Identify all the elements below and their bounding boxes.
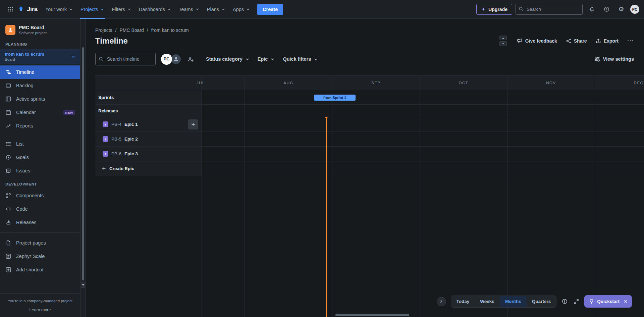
add-child-issue-button[interactable] xyxy=(188,119,198,129)
horizontal-scrollbar-thumb[interactable] xyxy=(335,314,409,316)
chevron-down-icon xyxy=(100,7,104,11)
status-category-filter[interactable]: Status category xyxy=(202,54,254,65)
export-label: Export xyxy=(604,38,619,44)
member-avatar-pc[interactable]: PC xyxy=(161,54,172,65)
info-button[interactable] xyxy=(561,298,568,305)
triangle-up-icon xyxy=(502,37,504,39)
close-icon[interactable]: ✕ xyxy=(624,299,627,304)
more-menu-button[interactable]: ··· xyxy=(627,38,634,44)
scroll-right-button[interactable] xyxy=(437,297,446,306)
nav-projects[interactable]: Projects xyxy=(77,0,108,19)
export-button[interactable]: Export xyxy=(596,38,619,44)
chevron-down-icon xyxy=(127,7,131,11)
breadcrumb-separator: / xyxy=(147,28,148,33)
global-search-input[interactable] xyxy=(516,4,583,15)
quick-filters[interactable]: Quick filters xyxy=(279,54,322,65)
sidebar-item-timeline[interactable]: Timeline xyxy=(0,65,80,79)
spin-down-button[interactable] xyxy=(499,41,507,46)
lightbulb-icon xyxy=(589,299,594,304)
sidebar-item-active-sprints[interactable]: Active sprints xyxy=(0,92,80,106)
settings-button[interactable]: ⚙ xyxy=(615,4,627,15)
quickstart-button[interactable]: Quickstart ✕ xyxy=(584,295,632,308)
sidebar-item-calendar[interactable]: Calendar NEW xyxy=(0,106,80,119)
sidebar-item-label: Project pages xyxy=(16,240,46,246)
help-button[interactable]: ? xyxy=(601,4,612,15)
sidebar-item-code[interactable]: Code xyxy=(0,202,80,216)
nav-your-work[interactable]: Your work xyxy=(42,0,77,19)
epic-icon xyxy=(103,151,108,157)
jira-logo-text: Jira xyxy=(27,6,38,13)
sidebar-item-label: List xyxy=(16,141,24,147)
breadcrumb-separator: / xyxy=(115,28,117,33)
month-label: AUG xyxy=(245,75,332,90)
scroll-down-button[interactable] xyxy=(81,282,85,288)
nav-plans[interactable]: Plans xyxy=(203,0,229,19)
add-shortcut-icon xyxy=(5,267,11,272)
zoom-quarters-button[interactable]: Quarters xyxy=(527,296,556,307)
give-feedback-label: Give feedback xyxy=(525,38,557,44)
nav-dashboards[interactable]: Dashboards xyxy=(135,0,175,19)
learn-more-link[interactable]: Learn more xyxy=(30,308,51,312)
breadcrumb-pmc-board[interactable]: PMC Board xyxy=(119,28,144,33)
nav-label: Plans xyxy=(207,7,219,12)
filter-label: Status category xyxy=(206,56,243,62)
target-icon xyxy=(5,155,11,160)
sidebar-item-add-shortcut[interactable]: Add shortcut xyxy=(0,263,80,276)
epic-filter[interactable]: Epic xyxy=(254,54,279,65)
nav-teams[interactable]: Teams xyxy=(175,0,203,19)
sidebar-item-zephyr-scale[interactable]: Zephyr Scale xyxy=(0,250,80,263)
app-switcher-button[interactable] xyxy=(5,4,16,15)
nav-filters[interactable]: Filters xyxy=(108,0,135,19)
month-label: OCT xyxy=(420,75,507,90)
sidebar-item-label: Zephyr Scale xyxy=(16,254,45,259)
epic-row[interactable]: PB-6 Epic 3 xyxy=(95,147,644,161)
epic-row[interactable]: PB-5 Epic 2 xyxy=(95,132,644,147)
breadcrumb-projects[interactable]: Projects xyxy=(95,28,112,33)
components-icon xyxy=(5,193,11,198)
zoom-today-button[interactable]: Today xyxy=(451,296,475,307)
month-label: SEP xyxy=(332,75,420,90)
spin-up-button[interactable] xyxy=(499,36,507,40)
sidebar-item-goals[interactable]: Goals xyxy=(0,151,80,164)
timeline-grid: JUL AUG SEP OCT NOV DEC xyxy=(95,75,644,317)
sidebar-item-reports[interactable]: Reports xyxy=(0,119,80,133)
project-avatar xyxy=(5,25,15,35)
sidebar-item-project-pages[interactable]: Project pages xyxy=(0,236,80,250)
page-title: Timeline xyxy=(95,36,128,46)
board-selector[interactable]: from kan to scrum Board xyxy=(0,49,80,64)
planning-heading: PLANNING xyxy=(0,38,80,49)
notifications-button[interactable] xyxy=(586,4,597,15)
create-epic-button[interactable]: Create Epic xyxy=(95,161,202,176)
create-button[interactable]: Create xyxy=(257,4,283,15)
zoom-weeks-button[interactable]: Weeks xyxy=(475,296,500,307)
timeline-search-input[interactable] xyxy=(95,53,156,65)
scrollbar-thumb[interactable] xyxy=(82,47,84,280)
sidebar-item-list[interactable]: List xyxy=(0,137,80,151)
user-avatar[interactable]: PC xyxy=(630,5,639,14)
breadcrumb-board[interactable]: from kan to scrum xyxy=(151,28,189,33)
sidebar-item-releases[interactable]: Releases xyxy=(0,216,80,229)
chevron-down-icon xyxy=(195,7,200,11)
nav-label: Teams xyxy=(179,7,193,12)
add-people-button[interactable] xyxy=(185,54,196,65)
share-button[interactable]: Share xyxy=(566,38,587,44)
view-settings-button[interactable]: View settings xyxy=(594,56,634,62)
sprint-bar[interactable]: from Sprint 1 xyxy=(314,95,356,101)
gear-icon: ⚙ xyxy=(618,6,624,12)
expand-icon xyxy=(574,299,579,304)
top-navigation: Jira Your work Projects Filters Dashboar… xyxy=(0,0,644,19)
header-collapse-spinner xyxy=(499,36,507,46)
chevron-down-icon xyxy=(270,57,275,61)
sidebar-item-components[interactable]: Components xyxy=(0,189,80,202)
nav-label: Projects xyxy=(80,7,98,12)
epic-row[interactable]: PB-4 Epic 1 xyxy=(95,117,644,132)
jira-logo[interactable]: Jira xyxy=(17,6,38,13)
sidebar-item-label: Components xyxy=(16,193,44,198)
fullscreen-button[interactable] xyxy=(573,298,580,305)
zoom-months-button[interactable]: Months xyxy=(500,296,527,307)
sidebar-item-issues[interactable]: Issues xyxy=(0,164,80,177)
upgrade-button[interactable]: Upgrade xyxy=(476,4,512,15)
give-feedback-button[interactable]: Give feedback xyxy=(517,38,557,44)
nav-apps[interactable]: Apps xyxy=(229,0,254,19)
sidebar-item-backlog[interactable]: Backlog xyxy=(0,79,80,92)
